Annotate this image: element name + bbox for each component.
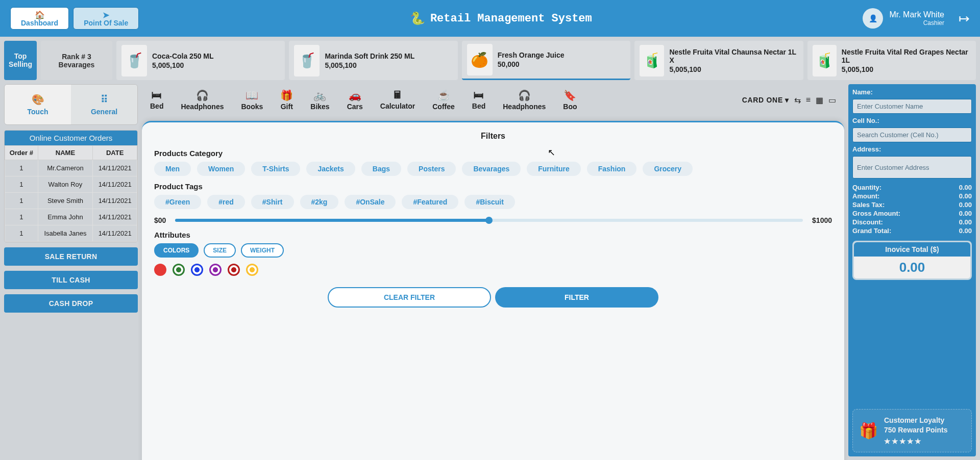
slider-fill xyxy=(175,219,489,222)
category-pill[interactable]: Fashion xyxy=(587,162,637,176)
customer-cell-input[interactable] xyxy=(852,127,972,142)
category-icon: 🖩 xyxy=(393,89,403,101)
category-pill[interactable]: Men xyxy=(154,162,191,176)
customer-address-input[interactable] xyxy=(852,156,972,178)
sale-return-button[interactable]: SALE RETURN xyxy=(4,247,138,266)
touch-mode-button[interactable]: 🎨 Touch xyxy=(5,85,71,124)
tag-pill[interactable]: #Shirt xyxy=(251,195,294,209)
list-view-icon[interactable]: ▭ xyxy=(828,95,836,105)
category-pill[interactable]: Bags xyxy=(361,162,401,176)
customer-loyalty-box[interactable]: 🎁 Customer Loyalty 750 Reward Points ★★★… xyxy=(852,409,972,452)
category-item[interactable]: ☕Coffee xyxy=(432,89,455,111)
filter-icon[interactable]: ≡ xyxy=(806,95,811,105)
clear-filter-button[interactable]: CLEAR FILTER xyxy=(328,287,491,308)
rank-box[interactable]: Rank # 3 Bevarages xyxy=(41,41,112,80)
loyalty-points: 750 Reward Points xyxy=(884,425,948,435)
product-name: Fresh Orange Juice xyxy=(498,51,565,59)
point-of-sale-button[interactable]: ➤ Point Of Sale xyxy=(73,7,139,30)
order-name: Isabella Janes xyxy=(38,225,93,242)
color-swatch[interactable] xyxy=(191,264,203,276)
tag-pill[interactable]: #Green xyxy=(154,195,201,209)
product-image-icon: 🍊 xyxy=(467,44,493,75)
category-label: Gift xyxy=(281,103,293,111)
tag-pill[interactable]: #Featured xyxy=(402,195,458,209)
total-label: Gross Amount: xyxy=(852,210,900,217)
top-selling-product[interactable]: 🥤 Marinda Soft Drink 250 ML 5,005,100 xyxy=(289,41,457,80)
category-pill[interactable]: Bevarages xyxy=(462,162,521,176)
cash-drop-button[interactable]: CASH DROP xyxy=(4,294,138,313)
avatar[interactable]: 👤 xyxy=(863,8,883,29)
category-item[interactable]: 🎧Headphones xyxy=(181,89,224,111)
color-swatch[interactable] xyxy=(154,264,166,276)
category-item[interactable]: 🔖Boo xyxy=(563,89,577,111)
category-pill[interactable]: Grocery xyxy=(643,162,693,176)
category-label: Cars xyxy=(347,103,363,111)
total-value: 0.00 xyxy=(959,210,972,217)
category-item[interactable]: 📖Books xyxy=(241,89,263,111)
customer-name-input[interactable] xyxy=(852,99,972,114)
category-label: Bed xyxy=(472,102,485,110)
category-icon: ☕ xyxy=(437,89,450,101)
tag-pill[interactable]: #OnSale xyxy=(345,195,396,209)
category-item[interactable]: 🛏Bed xyxy=(150,89,163,111)
table-row[interactable]: 1Emma John14/11/2021 xyxy=(5,209,137,225)
address-label: Address: xyxy=(852,145,972,153)
total-label: Grand Total: xyxy=(852,227,891,235)
category-item[interactable]: 🚲Bikes xyxy=(310,89,329,111)
order-date: 14/11/2021 xyxy=(93,176,137,193)
price-slider[interactable]: $00 $1000 xyxy=(154,216,832,224)
category-item[interactable]: 🛏Bed xyxy=(472,89,485,111)
category-pill[interactable]: Furniture xyxy=(527,162,580,176)
table-row[interactable]: 1Mr.Cameron14/11/2021 xyxy=(5,160,137,176)
color-swatch[interactable] xyxy=(246,264,258,276)
color-swatch[interactable] xyxy=(228,264,240,276)
dashboard-button[interactable]: 🏠 Dashboard xyxy=(10,7,69,30)
apply-filter-button[interactable]: FILTER xyxy=(495,287,658,308)
category-pill[interactable]: T-Shirts xyxy=(251,162,300,176)
slider-track[interactable] xyxy=(175,219,803,222)
category-icon: 🎧 xyxy=(196,89,209,101)
tag-pill[interactable]: #red xyxy=(207,195,245,209)
top-selling-product[interactable]: 🧃 Nestle Fruita Vital Red Grapes Nectar … xyxy=(807,41,976,80)
color-swatch[interactable] xyxy=(173,264,185,276)
category-item[interactable]: 🎁Gift xyxy=(280,89,293,111)
table-row[interactable]: 1Walton Roy14/11/2021 xyxy=(5,176,137,193)
logout-icon[interactable]: ↦ xyxy=(959,11,970,27)
attribute-tab[interactable]: COLORS xyxy=(154,243,199,258)
attribute-tab[interactable]: SIZE xyxy=(204,243,236,258)
category-pill[interactable]: Jackets xyxy=(306,162,355,176)
grid-view-icon[interactable]: ▦ xyxy=(816,95,823,105)
top-selling-product[interactable]: 🥤 Coca-Cola 250 ML 5,005,100 xyxy=(116,41,285,80)
top-selling-product[interactable]: 🍊 Fresh Orange Juice 50,000 xyxy=(462,41,630,80)
category-item[interactable]: 🎧Headphones xyxy=(503,89,546,111)
palette-icon: 🎨 xyxy=(32,93,44,106)
total-row: Gross Amount:0.00 xyxy=(852,210,972,217)
table-row[interactable]: 1Steve Smith14/11/2021 xyxy=(5,193,137,209)
order-name: Emma John xyxy=(38,209,93,225)
slider-thumb[interactable] xyxy=(485,217,493,224)
orders-panel: Online Customer Orders Order # NAME DATE… xyxy=(4,130,138,242)
product-name: Nestle Fruita Vital Red Grapes Nectar 1L xyxy=(842,48,971,64)
category-icon: 🔖 xyxy=(564,89,576,101)
order-name: Mr.Cameron xyxy=(38,160,93,176)
table-row[interactable]: 1Isabella Janes14/11/2021 xyxy=(5,225,137,242)
till-cash-button[interactable]: TILL CASH xyxy=(4,271,138,289)
color-swatch[interactable] xyxy=(209,264,222,276)
category-icon: 🎁 xyxy=(280,89,293,101)
left-panel: 🎨 Touch ⠿ General Online Customer Orders… xyxy=(4,84,138,456)
tag-pill[interactable]: #2kg xyxy=(300,195,339,209)
attribute-tab[interactable]: WEIGHT xyxy=(241,243,284,258)
category-item[interactable]: 🖩Calculator xyxy=(380,89,415,111)
category-pill[interactable]: Women xyxy=(197,162,245,176)
tag-pill[interactable]: #Biscuit xyxy=(464,195,514,209)
top-selling-row: Top Selling Rank # 3 Bevarages 🥤 Coca-Co… xyxy=(0,37,980,84)
rank-line1: Rank # 3 xyxy=(62,53,91,61)
category-item[interactable]: 🚗Cars xyxy=(347,89,363,111)
top-selling-product[interactable]: 🧃 Nestle Fruita Vital Chaunsa Nectar 1L … xyxy=(634,41,803,80)
total-value: 0.00 xyxy=(959,227,972,235)
product-price: 5,005,100 xyxy=(669,65,798,73)
refresh-icon[interactable]: ⇆ xyxy=(794,95,801,105)
card-selector[interactable]: CARD ONE ▾ xyxy=(742,96,789,104)
general-mode-button[interactable]: ⠿ General xyxy=(71,85,137,124)
category-pill[interactable]: Posters xyxy=(407,162,456,176)
